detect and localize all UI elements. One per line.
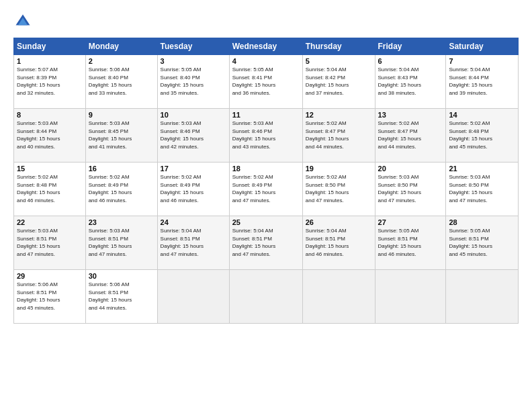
day-number: 15 — [17, 165, 83, 173]
day-info: Sunrise: 5:02 AM Sunset: 8:49 PM Dayligh… — [232, 173, 300, 204]
day-number: 28 — [449, 218, 515, 226]
table-row: 2Sunrise: 5:06 AM Sunset: 8:40 PM Daylig… — [85, 55, 157, 109]
table-row: 30Sunrise: 5:06 AM Sunset: 8:51 PM Dayli… — [85, 270, 157, 324]
day-info: Sunrise: 5:02 AM Sunset: 8:49 PM Dayligh… — [89, 173, 154, 204]
table-row: 13Sunrise: 5:02 AM Sunset: 8:47 PM Dayli… — [375, 109, 446, 163]
table-row: 25Sunrise: 5:04 AM Sunset: 8:51 PM Dayli… — [229, 216, 302, 270]
table-row — [446, 270, 519, 324]
day-info: Sunrise: 5:06 AM Sunset: 8:51 PM Dayligh… — [17, 281, 83, 312]
day-number: 16 — [89, 165, 154, 173]
day-number: 27 — [378, 218, 443, 226]
table-row — [157, 270, 229, 324]
day-info: Sunrise: 5:02 AM Sunset: 8:47 PM Dayligh… — [306, 120, 372, 150]
table-row — [302, 270, 375, 324]
day-info: Sunrise: 5:02 AM Sunset: 8:47 PM Dayligh… — [378, 120, 443, 150]
day-number: 17 — [161, 165, 226, 173]
day-number: 8 — [17, 111, 83, 119]
day-info: Sunrise: 5:04 AM Sunset: 8:42 PM Dayligh… — [306, 66, 372, 97]
day-number: 19 — [306, 165, 372, 173]
table-row: 4Sunrise: 5:05 AM Sunset: 8:41 PM Daylig… — [229, 55, 302, 109]
day-number: 30 — [89, 272, 154, 280]
day-number: 12 — [306, 111, 372, 119]
weekday-header: Saturday — [446, 38, 519, 55]
day-info: Sunrise: 5:04 AM Sunset: 8:51 PM Dayligh… — [306, 227, 372, 258]
logo — [13, 12, 36, 31]
day-info: Sunrise: 5:03 AM Sunset: 8:50 PM Dayligh… — [378, 173, 443, 204]
day-info: Sunrise: 5:05 AM Sunset: 8:40 PM Dayligh… — [161, 66, 226, 97]
table-row: 9Sunrise: 5:03 AM Sunset: 8:45 PM Daylig… — [85, 109, 157, 163]
day-info: Sunrise: 5:04 AM Sunset: 8:43 PM Dayligh… — [378, 66, 443, 97]
table-row: 22Sunrise: 5:03 AM Sunset: 8:51 PM Dayli… — [14, 216, 86, 270]
table-row: 18Sunrise: 5:02 AM Sunset: 8:49 PM Dayli… — [229, 163, 302, 216]
table-row: 28Sunrise: 5:05 AM Sunset: 8:51 PM Dayli… — [446, 216, 519, 270]
header — [13, 12, 519, 31]
day-number: 13 — [378, 111, 443, 119]
day-info: Sunrise: 5:05 AM Sunset: 8:51 PM Dayligh… — [449, 227, 515, 258]
day-number: 10 — [161, 111, 226, 119]
day-number: 6 — [378, 57, 443, 65]
table-row — [229, 270, 302, 324]
table-row: 5Sunrise: 5:04 AM Sunset: 8:42 PM Daylig… — [302, 55, 375, 109]
day-number: 2 — [89, 57, 154, 65]
day-number: 11 — [232, 111, 300, 119]
table-row: 8Sunrise: 5:03 AM Sunset: 8:44 PM Daylig… — [14, 109, 86, 163]
day-info: Sunrise: 5:02 AM Sunset: 8:49 PM Dayligh… — [161, 173, 226, 204]
day-number: 21 — [449, 165, 515, 173]
day-number: 22 — [17, 218, 83, 226]
day-info: Sunrise: 5:03 AM Sunset: 8:44 PM Dayligh… — [17, 120, 83, 150]
day-number: 26 — [306, 218, 372, 226]
calendar-table: SundayMondayTuesdayWednesdayThursdayFrid… — [13, 38, 519, 324]
day-info: Sunrise: 5:02 AM Sunset: 8:48 PM Dayligh… — [17, 173, 83, 204]
day-number: 29 — [17, 272, 83, 280]
table-row: 29Sunrise: 5:06 AM Sunset: 8:51 PM Dayli… — [14, 270, 86, 324]
table-row: 20Sunrise: 5:03 AM Sunset: 8:50 PM Dayli… — [375, 163, 446, 216]
day-info: Sunrise: 5:02 AM Sunset: 8:48 PM Dayligh… — [449, 120, 515, 150]
day-number: 25 — [232, 218, 300, 226]
weekday-header: Wednesday — [229, 38, 302, 55]
day-number: 18 — [232, 165, 300, 173]
weekday-header: Monday — [85, 38, 157, 55]
weekday-header: Tuesday — [157, 38, 229, 55]
table-row: 11Sunrise: 5:03 AM Sunset: 8:46 PM Dayli… — [229, 109, 302, 163]
table-row: 19Sunrise: 5:02 AM Sunset: 8:50 PM Dayli… — [302, 163, 375, 216]
day-info: Sunrise: 5:03 AM Sunset: 8:50 PM Dayligh… — [449, 173, 515, 204]
day-info: Sunrise: 5:05 AM Sunset: 8:51 PM Dayligh… — [378, 227, 443, 258]
table-row: 14Sunrise: 5:02 AM Sunset: 8:48 PM Dayli… — [446, 109, 519, 163]
table-row: 1Sunrise: 5:07 AM Sunset: 8:39 PM Daylig… — [14, 55, 86, 109]
logo-icon — [13, 12, 32, 31]
day-info: Sunrise: 5:02 AM Sunset: 8:50 PM Dayligh… — [306, 173, 372, 204]
day-info: Sunrise: 5:04 AM Sunset: 8:44 PM Dayligh… — [449, 66, 515, 97]
table-row: 6Sunrise: 5:04 AM Sunset: 8:43 PM Daylig… — [375, 55, 446, 109]
day-info: Sunrise: 5:03 AM Sunset: 8:46 PM Dayligh… — [161, 120, 226, 150]
table-row: 16Sunrise: 5:02 AM Sunset: 8:49 PM Dayli… — [85, 163, 157, 216]
table-row: 24Sunrise: 5:04 AM Sunset: 8:51 PM Dayli… — [157, 216, 229, 270]
table-row: 26Sunrise: 5:04 AM Sunset: 8:51 PM Dayli… — [302, 216, 375, 270]
table-row: 3Sunrise: 5:05 AM Sunset: 8:40 PM Daylig… — [157, 55, 229, 109]
table-row: 21Sunrise: 5:03 AM Sunset: 8:50 PM Dayli… — [446, 163, 519, 216]
day-info: Sunrise: 5:03 AM Sunset: 8:45 PM Dayligh… — [89, 120, 154, 150]
day-info: Sunrise: 5:03 AM Sunset: 8:51 PM Dayligh… — [17, 227, 83, 258]
day-number: 3 — [161, 57, 226, 65]
weekday-header: Friday — [375, 38, 446, 55]
table-row: 23Sunrise: 5:03 AM Sunset: 8:51 PM Dayli… — [85, 216, 157, 270]
day-info: Sunrise: 5:06 AM Sunset: 8:40 PM Dayligh… — [89, 66, 154, 97]
day-number: 5 — [306, 57, 372, 65]
day-number: 1 — [17, 57, 83, 65]
table-row: 12Sunrise: 5:02 AM Sunset: 8:47 PM Dayli… — [302, 109, 375, 163]
day-number: 20 — [378, 165, 443, 173]
day-number: 23 — [89, 218, 154, 226]
day-info: Sunrise: 5:05 AM Sunset: 8:41 PM Dayligh… — [232, 66, 300, 97]
table-row: 7Sunrise: 5:04 AM Sunset: 8:44 PM Daylig… — [446, 55, 519, 109]
day-number: 24 — [161, 218, 226, 226]
table-row: 15Sunrise: 5:02 AM Sunset: 8:48 PM Dayli… — [14, 163, 86, 216]
day-number: 7 — [449, 57, 515, 65]
table-row — [375, 270, 446, 324]
page: SundayMondayTuesdayWednesdayThursdayFrid… — [0, 0, 532, 411]
day-info: Sunrise: 5:04 AM Sunset: 8:51 PM Dayligh… — [232, 227, 300, 258]
day-info: Sunrise: 5:07 AM Sunset: 8:39 PM Dayligh… — [17, 66, 83, 97]
weekday-header: Sunday — [14, 38, 86, 55]
day-number: 4 — [232, 57, 300, 65]
day-info: Sunrise: 5:03 AM Sunset: 8:46 PM Dayligh… — [232, 120, 300, 150]
table-row: 17Sunrise: 5:02 AM Sunset: 8:49 PM Dayli… — [157, 163, 229, 216]
day-info: Sunrise: 5:03 AM Sunset: 8:51 PM Dayligh… — [89, 227, 154, 258]
